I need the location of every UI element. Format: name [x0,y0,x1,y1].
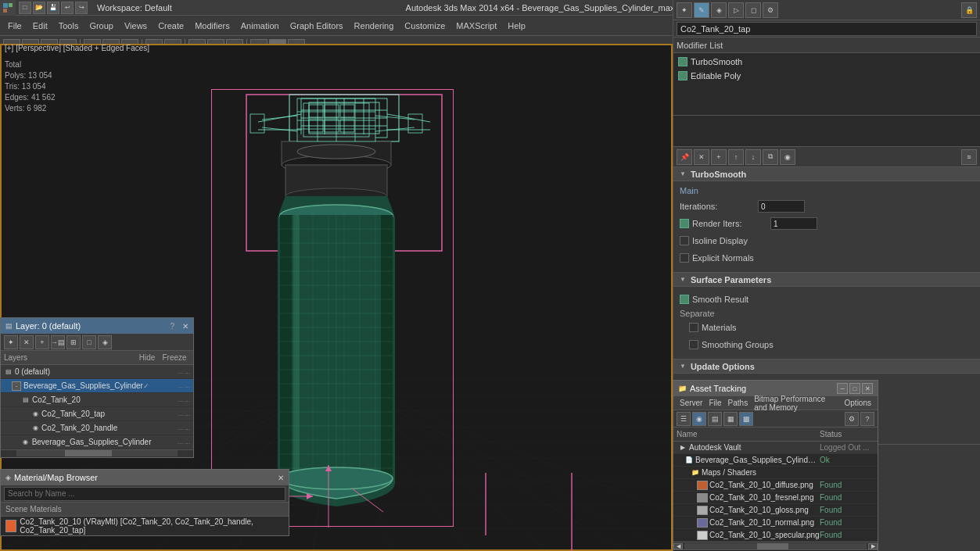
asset-maximize-btn[interactable]: □ [849,383,860,394]
asset-tb-settings[interactable]: ⚙ [845,412,859,426]
menu-graph-editors[interactable]: Graph Editors [285,20,348,32]
layer-item-beverage[interactable]: - Beverage_Gas_Supplies_Cylinder ✓ ... .… [1,379,193,393]
materials-checkbox[interactable] [689,323,698,332]
layer-item-co2tank[interactable]: ▤ Co2_Tank_20 ... ... [1,393,193,407]
object-name-input[interactable] [677,22,977,36]
menu-views[interactable]: Views [120,20,152,32]
modifier-turbosmooth[interactable]: TurboSmooth [675,55,978,69]
menu-maxscript[interactable]: MAXScript [451,20,501,32]
layer-expand-icon[interactable]: - [12,381,21,391]
surface-params-header[interactable]: ▼ Surface Parameters [673,273,980,287]
utilities-icon[interactable]: ⚙ [763,2,778,18]
move-mod-up-icon[interactable]: ↑ [728,149,744,165]
layer-item-handle[interactable]: ◉ Co2_Tank_20_handle ... ... [1,421,193,435]
smooth-result-checkbox[interactable] [680,295,689,304]
modifier-list[interactable]: TurboSmooth Editable Poly [673,53,980,116]
turbosmoothpanel-header[interactable]: ▼ TurboSmooth [673,167,980,181]
explicit-normals-checkbox[interactable] [680,253,689,263]
create-icon[interactable]: ✦ [677,2,692,18]
menu-file[interactable]: File [3,20,27,32]
modify-icon active[interactable]: ✎ [694,2,709,18]
asset-menu-file[interactable]: File [705,399,724,407]
asset-menu-paths[interactable]: Paths [725,399,752,407]
menu-tools[interactable]: Tools [54,20,84,32]
layer-item-tap[interactable]: ◉ Co2_Tank_20_tap ... ... [1,407,193,421]
asset-tb-active[interactable]: ◉ [692,412,706,426]
copy-paste-icon[interactable]: ⧉ [763,149,778,165]
show-all-icon[interactable]: ◉ [780,149,795,165]
asset-row-normal[interactable]: Co2_Tank_20_10_normal.png Found [673,517,878,529]
move-mod-down-icon[interactable]: ↓ [745,149,761,165]
asset-scroll-right[interactable]: ▶ [868,543,878,549]
menu-edit[interactable]: Edit [28,20,52,32]
asset-row-diffuse[interactable]: Co2_Tank_20_10_diffuse.png Found [673,479,878,492]
asset-menu-server[interactable]: Server [677,399,705,407]
material-titlebar[interactable]: ◈ Material/Map Browser ✕ [1,470,289,485]
layers-titlebar[interactable]: ▤ Layer: 0 (default) ? ✕ [1,318,193,334]
material-item[interactable]: Co2_Tank_20_10 (VRayMtl) [Co2_Tank_20, C… [1,517,289,535]
asset-row-gloss[interactable]: Co2_Tank_20_10_gloss.png Found [673,504,878,517]
delete-layer-btn[interactable]: ✕ [20,335,34,349]
menu-animation[interactable]: Animation [236,20,284,32]
asset-scrollbar[interactable]: ◀ ▶ [673,542,878,549]
delete-mod-icon[interactable]: ✕ [694,149,709,165]
asset-menu-options[interactable]: Options [842,399,874,407]
menu-rendering[interactable]: Rendering [350,20,399,32]
material-search-input[interactable] [4,487,285,501]
menu-group[interactable]: Group [84,20,118,32]
asset-tb-view1[interactable]: ▤ [708,412,722,426]
menu-modifiers[interactable]: Modifiers [190,20,235,32]
iterations-input[interactable] [758,200,805,213]
pin-stack-icon[interactable]: 📌 [677,149,692,165]
new-file-icon[interactable]: □ [19,2,31,14]
asset-tb-view2[interactable]: ▦ [723,412,738,426]
asset-row-vault[interactable]: ▶ Autodesk Vault Logged Out ... [673,442,878,454]
update-options-header[interactable]: ▼ Update Options [673,360,980,374]
asset-minimize-btn[interactable]: ─ [837,383,848,394]
move-to-layer-btn[interactable]: →▤ [51,335,65,349]
menu-create[interactable]: Create [153,20,188,32]
open-file-icon[interactable]: 📂 [33,2,45,14]
menu-help[interactable]: Help [503,20,530,32]
modifier-enabled-checkbox[interactable] [678,57,687,66]
layers-scroll-thumb[interactable] [65,450,112,456]
asset-tb-all[interactable]: ☰ [677,412,691,426]
hierarchy-icon[interactable]: ◈ [711,2,727,18]
motion-icon[interactable]: ▷ [728,2,744,18]
modifier-editablepoly[interactable]: Editable Poly [675,69,978,83]
layers-close-button[interactable]: ✕ [182,322,188,331]
save-file-icon[interactable]: 💾 [47,2,59,14]
select-by-layer-btn[interactable]: ⊞ [66,335,81,349]
select-objects-btn[interactable]: □ [82,335,96,349]
redo-icon[interactable]: ↪ [75,2,88,14]
material-close-button[interactable]: ✕ [278,474,284,482]
asset-tb-view3[interactable]: ▩ [739,412,753,426]
asset-row-fresnel[interactable]: Co2_Tank_20_10_fresnel.png Found [673,492,878,504]
material-color-swatch[interactable] [5,520,16,532]
configure-mods-icon[interactable]: ≡ [961,149,977,165]
asset-row-maxfile[interactable]: 📄 Beverage_Gas_Supplies_Cylinder_max_vra… [673,454,878,467]
asset-scroll-left[interactable]: ◀ [673,543,683,549]
highlight-layer-btn[interactable]: ◈ [98,335,112,349]
add-mod-icon[interactable]: + [711,149,727,165]
lock-icon[interactable]: 🔒 [961,2,977,18]
modifier-enabled-checkbox-2[interactable] [678,71,687,81]
asset-row-specular[interactable]: Co2_Tank_20_10_specular.png Found [673,529,878,542]
add-to-layer-btn[interactable]: + [35,335,49,349]
asset-scroll-thumb[interactable] [757,543,788,549]
asset-menu-bitmap[interactable]: Bitmap Performance and Memory [751,395,841,412]
layers-scrollbar[interactable] [1,449,193,457]
render-iters-input[interactable] [770,217,817,230]
layers-help-icon[interactable]: ? [170,322,174,331]
render-iters-checkbox[interactable] [680,219,689,228]
display-icon[interactable]: ◻ [745,2,761,18]
smoothing-groups-checkbox[interactable] [689,340,698,349]
menu-customize[interactable]: Customize [400,20,450,32]
undo-icon[interactable]: ↩ [61,2,74,14]
new-set-btn[interactable]: ✦ [4,335,18,349]
asset-close-btn[interactable]: ✕ [862,383,873,394]
layer-item-default[interactable]: ▤ 0 (default) ... ... [1,365,193,379]
asset-tb-help[interactable]: ? [860,412,874,426]
asset-row-maps[interactable]: 📁 Maps / Shaders [673,467,878,479]
isoline-checkbox[interactable] [680,236,689,245]
